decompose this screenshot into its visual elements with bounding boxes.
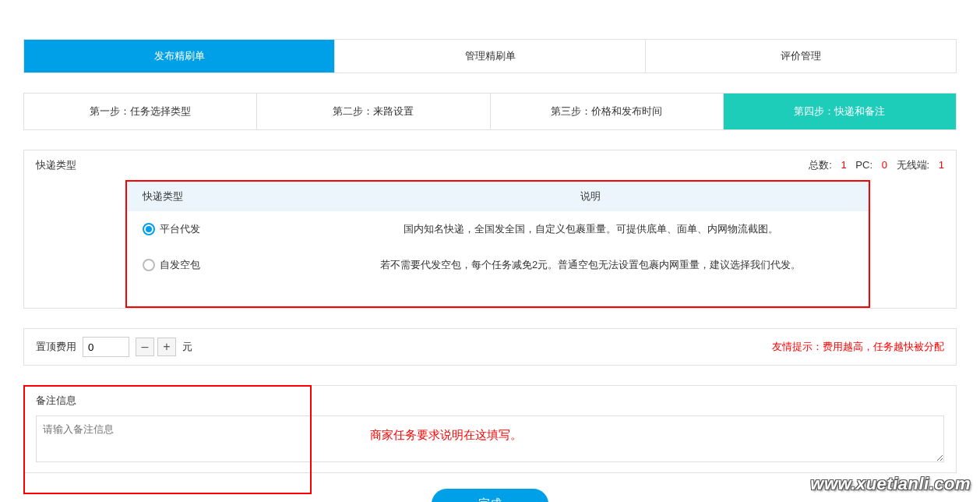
step-tab-1[interactable]: 第一步：任务选择类型 (24, 94, 256, 129)
stepper-minus-button[interactable]: – (136, 338, 154, 356)
main-tab-manage[interactable]: 管理精刷单 (334, 40, 645, 72)
top-fee-label: 置顶费用 (36, 340, 76, 354)
stat-total-label: 总数: (809, 159, 832, 171)
table-header-row: 快递类型 说明 (127, 182, 869, 211)
step-tab-4[interactable]: 第四步：快递和备注 (723, 94, 956, 129)
th-type: 快递类型 (127, 182, 312, 211)
main-tab-review[interactable]: 评价管理 (645, 40, 956, 72)
main-tabs: 发布精刷单 管理精刷单 评价管理 (23, 39, 957, 73)
radio-platform-send[interactable]: 平台代发 (143, 222, 297, 236)
stepper-plus-button[interactable]: + (157, 338, 176, 356)
radio-icon (143, 223, 155, 235)
radio-label: 自发空包 (160, 258, 200, 272)
top-fee-panel: 置顶费用 – + 元 友情提示：费用越高，任务越快被分配 (23, 328, 957, 366)
radio-label: 平台代发 (160, 222, 200, 236)
stat-mobile-value: 1 (939, 159, 944, 171)
step-tab-2[interactable]: 第二步：来路设置 (256, 94, 489, 129)
main-tab-publish[interactable]: 发布精刷单 (24, 40, 334, 72)
top-fee-unit: 元 (182, 340, 192, 354)
stat-total-value: 1 (841, 159, 847, 171)
express-panel: 快递类型 总数: 1 PC: 0 无线端: 1 快递类型 说明 (23, 150, 957, 309)
table-row: 自发空包 若不需要代发空包，每个任务减免2元。普通空包无法设置包裹内网重量，建议… (127, 247, 869, 283)
stat-pc-value: 0 (882, 159, 887, 171)
remark-title: 备注信息 (36, 394, 944, 408)
row-desc: 若不需要代发空包，每个任务减免2元。普通空包无法设置包裹内网重量，建议选择我们代… (312, 247, 869, 283)
th-desc: 说明 (312, 182, 869, 211)
top-fee-tip: 友情提示：费用越高，任务越快被分配 (772, 340, 944, 354)
remark-note: 商家任务要求说明在这填写。 (370, 428, 522, 443)
stat-pc-label: PC: (855, 159, 872, 171)
step-tabs: 第一步：任务选择类型 第二步：来路设置 第三步：价格和发布时间 第四步：快递和备… (23, 93, 957, 130)
top-fee-input[interactable] (83, 337, 129, 357)
express-panel-title: 快递类型 (36, 158, 76, 172)
stat-mobile-label: 无线端: (897, 159, 930, 171)
row-desc: 国内知名快递，全国发全国，自定义包裹重量。可提供底单、面单、内网物流截图。 (312, 211, 869, 247)
radio-icon (143, 259, 155, 271)
step-tab-3[interactable]: 第三步：价格和发布时间 (490, 94, 723, 129)
radio-self-send[interactable]: 自发空包 (143, 258, 297, 272)
express-highlight-box: 快递类型 说明 平台代发 国内知名快递，全国发全国，自定义包裹重量。可提供底单、… (125, 180, 870, 308)
table-row: 平台代发 国内知名快递，全国发全国，自定义包裹重量。可提供底单、面单、内网物流截… (127, 211, 869, 247)
express-table: 快递类型 说明 平台代发 国内知名快递，全国发全国，自定义包裹重量。可提供底单、… (127, 182, 869, 283)
stats: 总数: 1 PC: 0 无线端: 1 (802, 158, 944, 172)
submit-button[interactable]: 完成 (432, 489, 548, 502)
